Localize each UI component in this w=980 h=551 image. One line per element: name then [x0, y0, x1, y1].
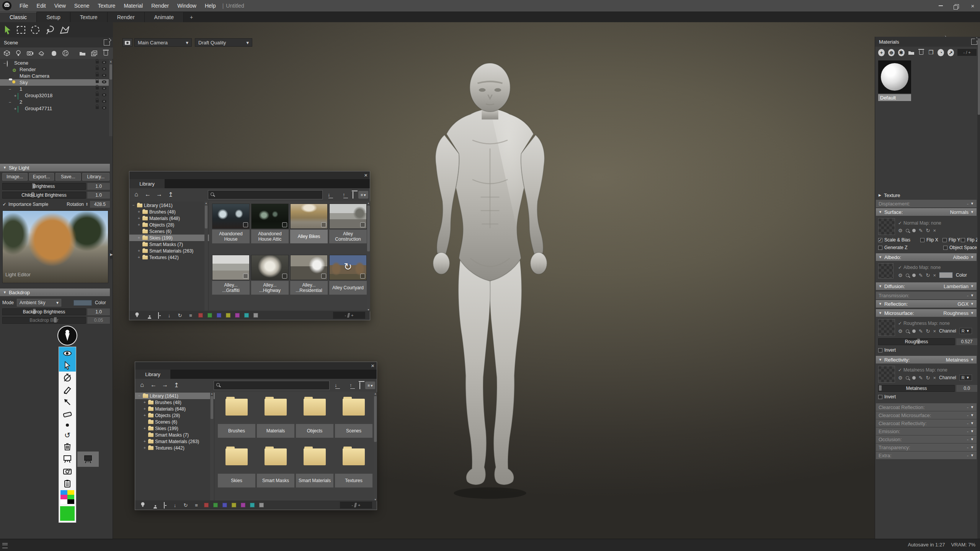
gear-icon[interactable]: ⚙ — [898, 328, 903, 334]
save-button[interactable]: Save... — [56, 173, 81, 181]
color-blue[interactable] — [60, 490, 67, 495]
light-editor-caption[interactable]: Light Editor — [5, 272, 31, 277]
collapse-triangle-icon[interactable]: ▼ — [3, 290, 7, 294]
tree-row-skies-selected[interactable]: +Skies (199) — [129, 235, 209, 241]
reload-icon[interactable]: ↻ — [926, 328, 930, 334]
library-window-bottom[interactable]: × Library ⌂ ← → ↥ ↓ ↑ ≡▾ −Library (1641)… — [135, 362, 377, 510]
annotation-undo-icon[interactable]: ↺ — [59, 430, 76, 440]
tree-scrollbar[interactable]: ▲ — [204, 201, 208, 311]
annotation-timer-tool-icon[interactable] — [59, 372, 76, 384]
section-occlusion-disabled[interactable]: Occlusion: -▼ — [876, 435, 977, 443]
child-light-brightness-slider[interactable]: Child-Light Brightness 1.0 — [2, 192, 110, 199]
preview-monitor-icon[interactable] — [161, 502, 167, 508]
lock-icon[interactable] — [96, 61, 99, 64]
material-settings-icon[interactable]: ✱ — [898, 49, 905, 56]
child-light-brightness-value[interactable]: 1.0 — [87, 192, 110, 199]
scene-tree-scrollbar[interactable]: ▲ — [109, 60, 113, 136]
reload-icon[interactable]: ↻ — [926, 375, 930, 381]
preview-light-icon[interactable] — [134, 312, 140, 318]
item-checkbox[interactable] — [360, 222, 365, 227]
close-button[interactable]: × — [968, 2, 978, 10]
view-options-menu-button[interactable]: ≡▾ — [358, 191, 368, 199]
sort-download-icon[interactable]: ↓ — [166, 313, 172, 318]
tag-color-teal[interactable] — [250, 503, 255, 507]
clear-icon[interactable]: × — [933, 328, 936, 334]
assign-to-object-icon[interactable]: ❒ — [928, 49, 934, 56]
search-input[interactable] — [214, 381, 330, 390]
section-reflection-header[interactable]: ▼Reflection: GGX▼ — [876, 300, 977, 308]
tree-row-objects[interactable]: +Objects (28) — [129, 222, 209, 228]
tag-color-olive[interactable] — [226, 313, 230, 318]
select-arrow-tool-icon[interactable] — [3, 25, 12, 35]
share-icon[interactable]: ➚ — [947, 49, 954, 56]
tag-color-blue[interactable] — [217, 313, 221, 318]
expander[interactable]: − — [8, 100, 12, 104]
annotation-show-hide-eye-icon[interactable] — [59, 347, 76, 359]
viewport-camera-icon[interactable] — [122, 38, 132, 47]
section-albedo-header[interactable]: ▼Albedo: Albedo▼ — [876, 253, 977, 261]
tree-row-group47711[interactable]: + Group47711 — [0, 105, 109, 112]
add-light-icon[interactable] — [15, 50, 21, 57]
lasso-tool-icon[interactable] — [44, 25, 55, 35]
sort-download-icon[interactable]: ↓ — [172, 502, 178, 508]
tree-row-materials[interactable]: +Materials (648) — [129, 215, 209, 222]
back-icon[interactable]: ← — [150, 381, 157, 388]
visibility-eye-icon[interactable] — [102, 87, 106, 90]
add-camera-icon[interactable] — [27, 50, 33, 57]
brightness-slider[interactable]: Brightness 1.0 — [2, 183, 110, 190]
annotation-active-color-swatch[interactable] — [59, 505, 76, 522]
sphere-preview-icon[interactable] — [912, 229, 916, 232]
tab-animate[interactable]: Animate — [145, 12, 184, 22]
magnifier-icon[interactable] — [906, 329, 909, 333]
magnifier-icon[interactable] — [906, 274, 909, 277]
library-window-top[interactable]: × Library ⌂ ← → ↥ ↓ ↑ ≡▾ −Library (1641)… — [129, 171, 370, 320]
albedo-color-swatch[interactable] — [939, 272, 953, 278]
material-name-label[interactable]: Default — [878, 94, 911, 101]
sphere-preview-icon[interactable] — [912, 376, 916, 380]
tag-color-purple[interactable] — [241, 503, 245, 507]
color-yellow[interactable] — [67, 490, 74, 495]
roughness-map-thumbnail[interactable] — [878, 319, 895, 336]
annotation-color-palette[interactable] — [59, 489, 76, 505]
list-view-icon[interactable]: ≡ — [188, 313, 194, 318]
panel-popout-icon[interactable] — [104, 39, 110, 46]
section-surface-header[interactable]: ▼Surface: Normals▼ — [876, 208, 977, 216]
delete-trash-icon[interactable] — [349, 192, 357, 199]
back-icon[interactable]: ← — [144, 191, 152, 198]
channel-select[interactable]: R▼ — [959, 375, 972, 381]
albedo-map-thumbnail[interactable] — [878, 263, 893, 279]
visibility-eye-icon[interactable] — [102, 106, 106, 109]
rect-marquee-tool-icon[interactable] — [16, 25, 26, 35]
tree-row-render[interactable]: ⚙ Render — [0, 66, 109, 73]
flip-x-checkbox[interactable]: ✓Flip X — [920, 237, 938, 243]
preview-monitor-icon[interactable] — [155, 313, 162, 318]
menu-view[interactable]: View — [50, 0, 70, 11]
edit-pencil-icon[interactable]: ✎ — [919, 328, 923, 334]
library-item-alley-courtyard-loading[interactable]: ↻ Alley Courtyard — [329, 255, 367, 295]
tree-row-smart-masks[interactable]: Smart Masks (7) — [129, 241, 209, 248]
visibility-eye-icon[interactable] — [102, 74, 106, 77]
tree-row-materials[interactable]: +Materials (648) — [135, 406, 215, 412]
backdrop-mode-select[interactable]: Ambient Sky ▾ — [17, 299, 61, 306]
rotation-value[interactable]: 428.5 — [90, 201, 110, 208]
up-level-icon[interactable]: ↥ — [173, 381, 180, 389]
tree-row-objects[interactable]: +Objects (28) — [135, 412, 215, 419]
menu-window[interactable]: Window — [173, 0, 201, 11]
tree-row-main-camera[interactable]: Main Camera — [0, 73, 109, 79]
panel-popout-icon[interactable] — [971, 39, 977, 45]
tree-row-smart-materials[interactable]: +Smart Materials (263) — [135, 438, 215, 445]
annotation-cursor-tool-icon[interactable] — [59, 359, 76, 372]
roughness-invert-checkbox[interactable]: ✓Invert — [878, 347, 896, 353]
item-checkbox[interactable] — [282, 222, 287, 227]
annotation-screenshot-camera-icon[interactable] — [59, 465, 76, 477]
menu-edit[interactable]: Edit — [33, 0, 50, 11]
library-item-alley-construction[interactable]: AlleyConstruction — [329, 204, 367, 243]
menu-help[interactable]: Help — [201, 0, 220, 11]
library-item-abandoned-house[interactable]: AbandonedHouse — [212, 204, 250, 243]
section-texture[interactable]: ▶Texture — [876, 191, 977, 199]
lock-icon[interactable] — [96, 67, 99, 70]
tag-color-teal[interactable] — [244, 313, 249, 318]
gear-icon[interactable]: ⚙ — [898, 228, 903, 233]
home-icon[interactable]: ⌂ — [132, 191, 140, 198]
rotation-spinner[interactable]: ▲▼ — [86, 202, 88, 206]
